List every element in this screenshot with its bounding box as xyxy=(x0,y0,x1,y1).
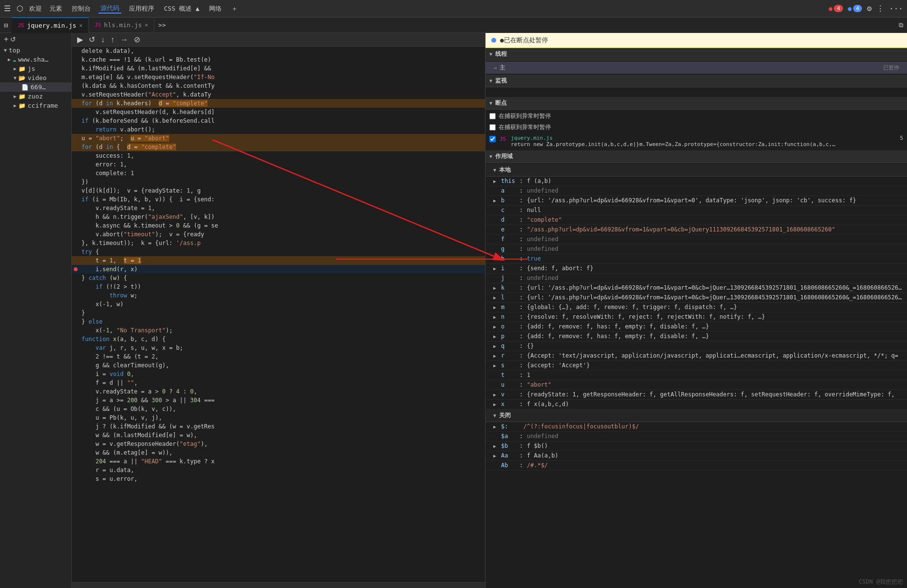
var-x[interactable]: ▶ x : f x(a,b,c,d) xyxy=(486,400,907,409)
code-line-42[interactable]: u = Pb(k, u, v, j), xyxy=(72,413,485,422)
code-line-36[interactable]: g && clearTimeout(g), xyxy=(72,361,485,370)
var-j[interactable]: j : undefined xyxy=(486,274,907,283)
tab-hls[interactable]: JS hls.min.js ✕ xyxy=(89,17,154,33)
code-line-37[interactable]: i = void 0, xyxy=(72,370,485,378)
code-line-47[interactable]: 204 === a || "HEAD" === k.type ? x xyxy=(72,457,485,466)
sidebar-item-top[interactable]: ▼ top xyxy=(0,46,71,55)
var-t[interactable]: t : 1 xyxy=(486,371,907,380)
var-q[interactable]: ▶ q : {} xyxy=(486,342,907,351)
code-line-9[interactable]: return v.abort(); xyxy=(72,125,485,134)
tab-split-icon[interactable]: ⧉ xyxy=(895,21,907,29)
breakpoint-gutter-11[interactable] xyxy=(72,143,80,151)
var-p-expand[interactable]: ▶ xyxy=(493,334,499,339)
breakpoint-gutter-39[interactable] xyxy=(72,387,80,396)
bp-exception-caught[interactable]: 在捕获到异常时暂停 xyxy=(486,122,907,133)
var-this[interactable]: ▶ this : f (a,b) xyxy=(486,177,907,186)
breakpoint-gutter-6[interactable] xyxy=(72,99,80,108)
code-line-46[interactable]: w && (m.etag[e] = w)), xyxy=(72,448,485,457)
code-line-12[interactable]: success: 1, xyxy=(72,151,485,160)
sidebar-toggle[interactable]: ⊟ xyxy=(0,21,12,29)
breakpoint-gutter-32[interactable] xyxy=(72,326,80,335)
breakpoint-gutter-2[interactable] xyxy=(72,64,80,73)
var-n[interactable]: ▶ n : {resolve: f, resolveWith: f, rejec… xyxy=(486,312,907,322)
var-b-expand[interactable]: ▶ xyxy=(493,198,499,203)
var-o[interactable]: ▶ o : {add: f, remove: f, has: f, empty:… xyxy=(486,322,907,332)
nav-network[interactable]: 网络 xyxy=(207,4,224,13)
breakpoint-gutter-37[interactable] xyxy=(72,370,80,378)
var-m-expand[interactable]: ▶ xyxy=(493,305,499,310)
dock-icon[interactable]: ⋮ xyxy=(876,4,884,13)
breakpoint-gutter-45[interactable] xyxy=(72,440,80,448)
code-line-25[interactable]: i.send(r, x) xyxy=(72,265,485,274)
code-line-8[interactable]: if (k.beforeSend && (k.beforeSend.call xyxy=(72,116,485,125)
tab-hls-close[interactable]: ✕ xyxy=(145,22,148,28)
var-r-expand[interactable]: ▶ xyxy=(493,353,499,359)
code-line-2[interactable]: k.ifModified && (m.lastModified[e] && xyxy=(72,64,485,73)
code-line-15[interactable]: }) xyxy=(72,178,485,186)
var-v[interactable]: ▶ v : {readyState: 1, getResponseHeader:… xyxy=(486,390,907,400)
bp-exception-uncaught-check[interactable] xyxy=(489,113,496,119)
var-u[interactable]: u : "abort" xyxy=(486,380,907,390)
breakpoint-gutter-38[interactable] xyxy=(72,378,80,387)
breakpoint-gutter-33[interactable] xyxy=(72,335,80,343)
var-dollarb-expand[interactable]: ▶ xyxy=(493,443,499,449)
sidebar-item-669[interactable]: 📄 669… xyxy=(0,82,71,92)
breakpoint-gutter-5[interactable] xyxy=(72,90,80,99)
var-aa[interactable]: ▶ Aa : f Aa(a,b) xyxy=(486,451,907,461)
var-h[interactable]: h : true xyxy=(486,254,907,264)
code-line-38[interactable]: f = d || "", xyxy=(72,378,485,387)
var-g[interactable]: g : undefined xyxy=(486,245,907,254)
var-v-expand[interactable]: ▶ xyxy=(493,392,499,397)
breakpoint-gutter-41[interactable] xyxy=(72,405,80,413)
breakpoint-gutter-18[interactable] xyxy=(72,204,80,212)
breakpoint-gutter-10[interactable] xyxy=(72,134,80,143)
code-line-27[interactable]: if (!(2 > t)) xyxy=(72,282,485,291)
nav-css[interactable]: CSS 概述 ▲ xyxy=(162,4,201,13)
nav-sources[interactable]: 源代码 xyxy=(98,4,121,14)
var-m[interactable]: ▶ m : {global: {…}, add: f, remove: f, t… xyxy=(486,303,907,312)
sidebar-item-cciframe[interactable]: ▶ 📁 cciframe xyxy=(0,101,71,110)
code-line-4[interactable]: (k.data && k.hasContent && k.contentTy xyxy=(72,82,485,90)
code-line-7[interactable]: v.setRequestHeader(d, k.headers[d] xyxy=(72,108,485,116)
code-line-6[interactable]: for (d in k.headers) d = "complete" xyxy=(72,99,485,108)
nav-console[interactable]: 控制台 xyxy=(70,4,93,13)
var-q-expand[interactable]: ▶ xyxy=(493,343,499,349)
breakpoint-gutter-46[interactable] xyxy=(72,448,80,457)
breakpoint-gutter-3[interactable] xyxy=(72,73,80,82)
breakpoint-gutter-26[interactable] xyxy=(72,274,80,282)
code-line-10[interactable]: u = "abort"; u = "abort" xyxy=(72,134,485,143)
breakpoint-gutter-19[interactable] xyxy=(72,212,80,221)
scope-closure-header[interactable]: ▼ 关闭 xyxy=(486,409,907,422)
step-out-btn[interactable]: ↑ xyxy=(109,35,116,44)
code-line-20[interactable]: k.async && k.timeout > 0 && (g = se xyxy=(72,221,485,230)
var-x-expand[interactable]: ▶ xyxy=(493,402,499,407)
breakpoint-gutter-29[interactable] xyxy=(72,300,80,309)
code-line-28[interactable]: throw w; xyxy=(72,291,485,300)
breakpoint-gutter-13[interactable] xyxy=(72,160,80,169)
sidebar-add-btn[interactable]: + xyxy=(4,35,8,44)
step-into-btn[interactable]: ↓ xyxy=(99,35,106,44)
var-dollar[interactable]: ▶ $: /^(?:focusinfocus|focusoutblur)$/ xyxy=(486,422,907,432)
sidebar-item-zuoz[interactable]: ▶ 📁 zuoz xyxy=(0,92,71,101)
code-line-45[interactable]: w = v.getResponseHeader("etag"), xyxy=(72,440,485,448)
code-line-21[interactable]: v.abort("timeout"); v = {ready xyxy=(72,230,485,239)
code-line-19[interactable]: h && n.trigger("ajaxSend", [v, k]) xyxy=(72,212,485,221)
code-line-31[interactable]: } else xyxy=(72,317,485,326)
var-dollara[interactable]: $a : undefined xyxy=(486,432,907,441)
logo-icon[interactable]: ⬡ xyxy=(16,4,23,13)
breakpoint-gutter-17[interactable] xyxy=(72,195,80,204)
var-ab[interactable]: Ab : /#.*$/ xyxy=(486,461,907,471)
code-line-22[interactable]: }, k.timeout)); k = {url: '/ass.p xyxy=(72,239,485,247)
code-line-41[interactable]: c && (u = Ob(k, v, c)), xyxy=(72,405,485,413)
section-watch-header[interactable]: ▼ 监视 xyxy=(486,75,907,87)
breakpoint-gutter-20[interactable] xyxy=(72,221,80,230)
code-line-49[interactable]: s = u.error, xyxy=(72,474,485,483)
code-line-14[interactable]: complete: 1 xyxy=(72,169,485,178)
code-line-0[interactable]: delete k.data), xyxy=(72,47,485,55)
sidebar-refresh-btn[interactable]: ↺ xyxy=(10,35,16,43)
code-line-18[interactable]: v.readyState = 1, xyxy=(72,204,485,212)
code-line-23[interactable]: try { xyxy=(72,247,485,256)
breakpoint-gutter-40[interactable] xyxy=(72,396,80,405)
nav-elements[interactable]: 元素 xyxy=(48,4,64,13)
breakpoint-gutter-15[interactable] xyxy=(72,178,80,186)
